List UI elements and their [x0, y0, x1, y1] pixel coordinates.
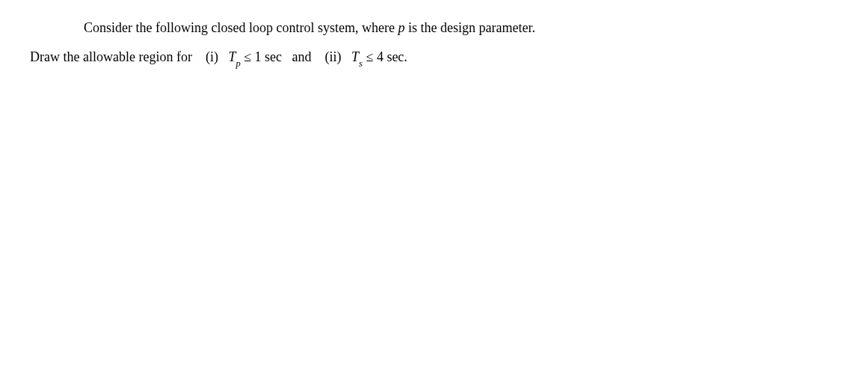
- cond1-relation: ≤ 1 sec: [241, 49, 282, 64]
- line2-text-pre: Draw the allowable region for (i): [30, 49, 228, 64]
- cond1-variable: T: [228, 49, 236, 64]
- line1-text-post: is the design parameter.: [404, 20, 535, 35]
- line1-text-pre: Consider the following closed loop contr…: [84, 20, 398, 35]
- cond1-subscript: p: [236, 58, 240, 69]
- problem-statement-line1: Consider the following closed loop contr…: [84, 18, 868, 38]
- cond2-relation: ≤ 4 sec.: [363, 49, 407, 64]
- cond2-variable: T: [351, 49, 359, 64]
- problem-statement-line2: Draw the allowable region for (i) Tp ≤ 1…: [30, 47, 868, 69]
- line2-text-mid: and (ii): [282, 49, 351, 64]
- cond2-subscript: s: [359, 58, 363, 69]
